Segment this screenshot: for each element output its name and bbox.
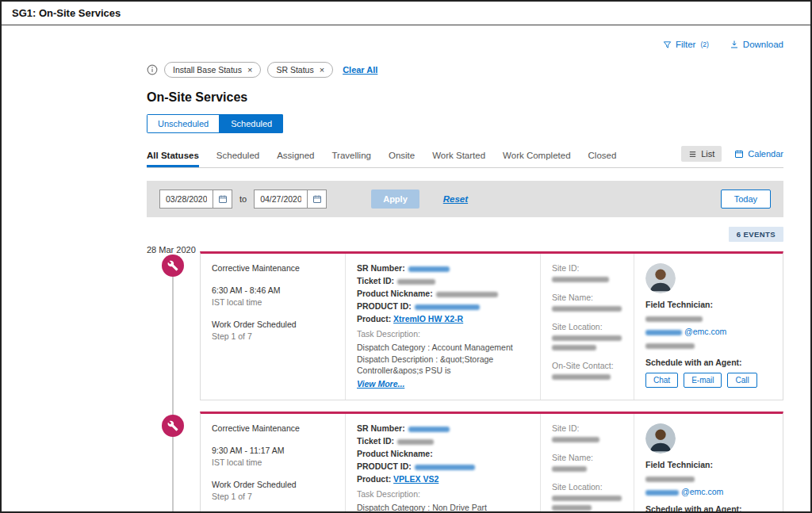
reset-link[interactable]: Reset [443, 194, 468, 204]
event-item: Corrective Maintenance 6:30 AM - 8:46 AM… [200, 251, 783, 400]
tab-scheduled[interactable]: Scheduled [216, 151, 259, 167]
date-range-bar: to Apply Reset Today [147, 181, 783, 217]
filter-chip-install-base-status[interactable]: Install Base Status × [164, 62, 261, 78]
chip-close-icon[interactable]: × [320, 66, 324, 75]
sr-number-value-redacted[interactable] [408, 427, 450, 432]
event-card[interactable]: Corrective Maintenance 6:30 AM - 8:46 AM… [200, 251, 783, 400]
events-timeline: 28 Mar 2020 Corrective Maintenance 6:30 … [147, 243, 783, 513]
calendar-icon [734, 149, 744, 159]
scheduled-button[interactable]: Scheduled [220, 114, 283, 133]
to-date-group [254, 190, 327, 209]
site-name-value-redacted [552, 306, 622, 312]
tab-onsite[interactable]: Onsite [389, 151, 415, 167]
event-card[interactable]: Corrective Maintenance 9:30 AM - 11:17 A… [200, 412, 783, 513]
technician-email-domain[interactable]: @emc.com [681, 487, 723, 496]
sr-number-value-redacted[interactable] [408, 266, 450, 272]
chat-button[interactable]: Chat [645, 373, 678, 388]
technician-column: Field Technician: @emc.com Schedule with… [634, 414, 783, 513]
product-link[interactable]: VPLEX VS2 [393, 474, 439, 484]
site-details-column: Site ID: Site Name: Site Location: On-Si… [540, 414, 634, 513]
email-button[interactable]: E-mail [684, 373, 722, 388]
timeline-line [172, 258, 174, 513]
download-button[interactable]: Download [730, 40, 783, 49]
product-link[interactable]: XtremIO HW X2-R [393, 314, 463, 323]
tab-assigned[interactable]: Assigned [277, 151, 314, 167]
ticket-id-label: Ticket ID: [357, 436, 394, 446]
apply-button[interactable]: Apply [371, 190, 419, 209]
from-date-calendar-icon[interactable] [213, 190, 232, 208]
tab-all-statuses[interactable]: All Statuses [147, 151, 199, 167]
list-view-label: List [701, 149, 714, 159]
tab-travelling[interactable]: Travelling [332, 151, 371, 167]
from-date-group [159, 190, 232, 209]
filter-count: (2) [700, 40, 708, 48]
window-header: SG1: On-Site Services [2, 2, 810, 25]
list-view-button[interactable]: List [681, 146, 722, 162]
tab-work-completed[interactable]: Work Completed [503, 151, 570, 167]
info-icon[interactable] [147, 64, 158, 75]
view-more-link[interactable]: View More... [357, 379, 404, 389]
onsite-contact-value-redacted [552, 374, 611, 380]
main-content: Filter(2) Download Install Base Status ×… [2, 40, 810, 513]
clear-all-link[interactable]: Clear All [343, 65, 377, 75]
product-nickname-value-redacted [436, 292, 498, 297]
ticket-id-value-redacted [397, 279, 435, 285]
site-location-value-redacted [552, 345, 596, 350]
event-timezone: IST local time [212, 297, 334, 307]
technician-name-redacted [645, 316, 703, 322]
agent-actions: Chat E-mail Call [645, 373, 772, 388]
filter-button[interactable]: Filter(2) [663, 40, 709, 49]
product-label: Product: [357, 474, 391, 484]
filter-chip-sr-status[interactable]: SR Status × [267, 62, 333, 78]
chip-label: Install Base Status [173, 65, 242, 75]
event-type: Corrective Maintenance [212, 423, 334, 433]
calendar-view-button[interactable]: Calendar [734, 149, 783, 159]
site-id-label: Site ID: [552, 263, 622, 273]
technician-avatar [645, 423, 676, 454]
to-label: to [239, 194, 247, 204]
site-location-value-redacted [552, 505, 592, 511]
product-id-label: PRODUCT ID: [357, 461, 412, 471]
site-location-value-redacted [552, 335, 622, 341]
sr-details-column: SR Number: Ticket ID: Product Nickname: … [345, 414, 540, 513]
technician-email-domain[interactable]: @emc.com [684, 327, 726, 336]
technician-phone-redacted [645, 343, 695, 349]
schedule-agent-label: Schedule with an Agent: [645, 504, 772, 513]
filter-label: Filter [676, 40, 696, 49]
site-name-label: Site Name: [552, 293, 622, 302]
product-label: Product: [357, 314, 391, 323]
tab-closed[interactable]: Closed [588, 151, 617, 167]
from-date-input[interactable] [160, 190, 213, 208]
site-name-value-redacted [552, 466, 587, 472]
site-location-value-redacted [552, 496, 622, 501]
timeline-date-label: 28 Mar 2020 [147, 245, 196, 255]
unscheduled-button[interactable]: Unscheduled [147, 114, 220, 133]
status-tabs: All Statuses Scheduled Assigned Travelli… [147, 151, 616, 167]
event-step: Step 1 of 7 [212, 331, 334, 341]
site-id-value-redacted [552, 437, 599, 442]
to-date-calendar-icon[interactable] [307, 190, 326, 208]
product-id-label: PRODUCT ID: [357, 301, 412, 311]
event-summary-column: Corrective Maintenance 9:30 AM - 11:17 A… [201, 414, 345, 513]
sr-details-column: SR Number: Ticket ID: Product Nickname: … [345, 254, 540, 400]
chip-close-icon[interactable]: × [247, 66, 252, 75]
tab-work-started[interactable]: Work Started [432, 151, 485, 167]
event-item: Corrective Maintenance 9:30 AM - 11:17 A… [200, 412, 783, 513]
technician-email-redacted[interactable] [645, 330, 682, 335]
page-title: On-Site Services [147, 90, 783, 105]
ticket-id-label: Ticket ID: [357, 276, 394, 285]
filter-icon [663, 40, 672, 49]
to-date-input[interactable] [255, 190, 307, 208]
window-title: SG1: On-Site Services [12, 7, 121, 19]
product-id-value-redacted[interactable] [415, 304, 480, 310]
app-window: SG1: On-Site Services Filter(2) Download [0, 0, 812, 513]
task-description-label: Task Description: [357, 489, 420, 499]
technician-email-redacted[interactable] [645, 490, 679, 496]
today-button[interactable]: Today [721, 190, 771, 209]
call-button[interactable]: Call [727, 373, 756, 388]
calendar-view-label: Calendar [748, 149, 783, 159]
task-description-text: Dispatch Category : Account Management D… [357, 342, 529, 377]
chip-label: SR Status [276, 65, 313, 75]
tabs-row: All Statuses Scheduled Assigned Travelli… [147, 146, 783, 168]
product-id-value-redacted[interactable] [415, 465, 475, 470]
